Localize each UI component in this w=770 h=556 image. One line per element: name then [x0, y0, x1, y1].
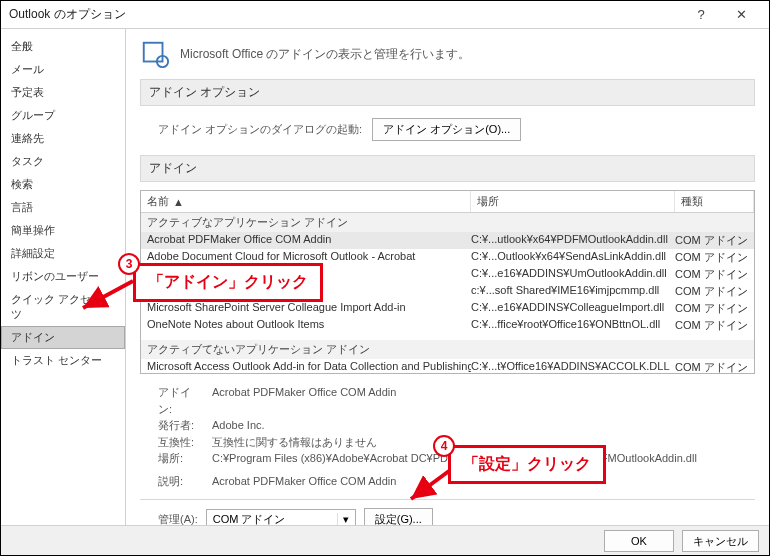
sort-asc-icon: ▲: [173, 196, 184, 208]
annotation-callout-3: 「アドイン」クリック: [133, 263, 323, 302]
chevron-down-icon: ▾: [337, 513, 355, 525]
detail-desc: Acrobat PDFMaker Office COM Addin: [212, 473, 396, 490]
detail-label-compat: 互換性:: [158, 434, 204, 451]
addin-options-button[interactable]: アドイン オプション(O)...: [372, 118, 521, 141]
addin-options-launch-label: アドイン オプションのダイアログの起動:: [158, 122, 362, 137]
sidebar-item-advanced[interactable]: 詳細設定: [1, 242, 125, 265]
section-addin-options: アドイン オプション: [140, 79, 755, 106]
close-button[interactable]: ✕: [721, 1, 761, 29]
group-active: アクティブなアプリケーション アドイン: [141, 213, 754, 232]
sidebar-item-ease[interactable]: 簡単操作: [1, 219, 125, 242]
sidebar-item-general[interactable]: 全般: [1, 35, 125, 58]
group-inactive: アクティブてないアプリケーション アドイン: [141, 340, 754, 359]
section-addins: アドイン: [140, 155, 755, 182]
addins-icon: [140, 39, 170, 69]
detail-label-location: 場所:: [158, 450, 204, 467]
window-title: Outlook のオプション: [9, 6, 681, 23]
detail-publisher: Adobe Inc.: [212, 417, 265, 434]
pane-header: Microsoft Office のアドインの表示と管理を行います。: [140, 39, 755, 69]
col-kind[interactable]: 種類: [675, 191, 754, 212]
ok-button[interactable]: OK: [604, 530, 674, 552]
cancel-button[interactable]: キャンセル: [682, 530, 759, 552]
detail-label-addin: アドイン:: [158, 384, 204, 417]
table-row[interactable]: Acrobat PDFMaker Office COM AddinC:¥...u…: [141, 232, 754, 249]
annotation-badge-3: 3: [118, 253, 140, 275]
detail-label-desc: 説明:: [158, 473, 204, 490]
table-row[interactable]: OneNote Notes about Outlook ItemsC:¥...f…: [141, 317, 754, 334]
sidebar-item-tasks[interactable]: タスク: [1, 150, 125, 173]
sidebar-item-language[interactable]: 言語: [1, 196, 125, 219]
sidebar-item-search[interactable]: 検索: [1, 173, 125, 196]
sidebar-item-trust[interactable]: トラスト センター: [1, 349, 125, 372]
annotation-arrow-3: [71, 273, 141, 323]
detail-label-publisher: 発行者:: [158, 417, 204, 434]
col-location[interactable]: 場所: [471, 191, 675, 212]
table-row[interactable]: Microsoft Access Outlook Add-in for Data…: [141, 359, 754, 374]
table-header: 名前 ▲ 場所 種類: [141, 191, 754, 213]
outlook-options-window: Outlook のオプション ? ✕ 全般 メール 予定表 グループ 連絡先 タ…: [0, 0, 770, 556]
titlebar: Outlook のオプション ? ✕: [1, 1, 769, 29]
sidebar-item-calendar[interactable]: 予定表: [1, 81, 125, 104]
col-name[interactable]: 名前 ▲: [141, 191, 471, 212]
annotation-callout-4: 「設定」クリック: [448, 445, 606, 484]
annotation-badge-4: 4: [433, 435, 455, 457]
detail-addin: Acrobat PDFMaker Office COM Addin: [212, 384, 396, 417]
svg-rect-0: [144, 43, 163, 62]
manage-label: 管理(A):: [158, 512, 198, 525]
table-row[interactable]: Microsoft SharePoint Server Colleague Im…: [141, 300, 754, 317]
pane-header-text: Microsoft Office のアドインの表示と管理を行います。: [180, 46, 470, 63]
manage-combo-value: COM アドイン: [207, 512, 337, 525]
sidebar-item-contacts[interactable]: 連絡先: [1, 127, 125, 150]
dialog-footer: OK キャンセル: [1, 525, 769, 555]
detail-compat: 互換性に関する情報はありません: [212, 434, 377, 451]
sidebar-item-mail[interactable]: メール: [1, 58, 125, 81]
sidebar-item-addins[interactable]: アドイン: [1, 326, 125, 349]
help-button[interactable]: ?: [681, 1, 721, 29]
sidebar-item-groups[interactable]: グループ: [1, 104, 125, 127]
manage-combo[interactable]: COM アドイン ▾: [206, 509, 356, 526]
